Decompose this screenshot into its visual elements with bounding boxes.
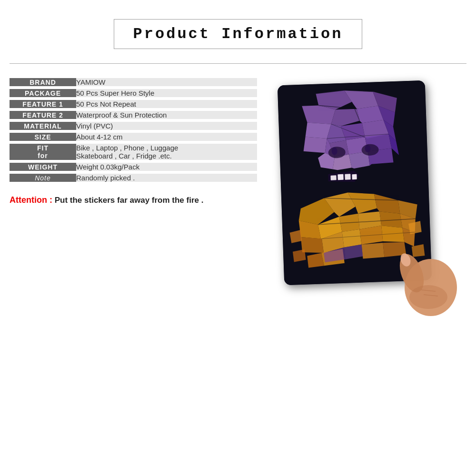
- table-label-0: BRAND: [10, 78, 76, 87]
- table-label-8: Note: [10, 173, 76, 183]
- table-row: FITforBike , Laptop , Phone , LuggageSka…: [10, 143, 257, 161]
- table-value-2: 50 Pcs Not Repeat: [76, 99, 257, 109]
- table-label-7: WEIGHT: [10, 162, 76, 172]
- divider-line: [10, 63, 466, 64]
- attention-section: Attention : Put the stickers far away fr…: [10, 195, 257, 205]
- table-row: MATERIALVinyl (PVC): [10, 121, 257, 131]
- title-border: Product Information: [114, 19, 363, 49]
- table-label-5: SIZE: [10, 132, 76, 142]
- table-label-1: PACKAGE: [10, 89, 76, 98]
- svg-point-73: [409, 285, 447, 309]
- page-title: Product Information: [133, 25, 343, 43]
- content-area: BRANDYAMIOWPACKAGE50 Pcs Super Hero Styl…: [10, 78, 466, 311]
- table-value-1: 50 Pcs Super Hero Style: [76, 89, 257, 98]
- table-label-6: FITfor: [10, 143, 76, 161]
- svg-rect-28: [330, 175, 336, 180]
- svg-rect-30: [345, 174, 350, 179]
- table-label-4: MATERIAL: [10, 121, 76, 131]
- table-row: WEIGHTWeight 0.03kg/Pack: [10, 162, 257, 172]
- svg-marker-13: [303, 136, 327, 154]
- table-value-8: Randomly picked .: [76, 173, 257, 183]
- info-table: BRANDYAMIOWPACKAGE50 Pcs Super Hero Styl…: [10, 78, 257, 183]
- thanos-card: [281, 83, 452, 311]
- table-row: BRANDYAMIOW: [10, 78, 257, 87]
- product-image-area: [267, 78, 466, 311]
- title-section: Product Information: [10, 19, 466, 49]
- table-value-5: About 4-12 cm: [76, 132, 257, 142]
- table-row: NoteRandomly picked .: [10, 173, 257, 183]
- table-label-2: FEATURE 1: [10, 99, 76, 109]
- attention-text: Put the stickers far away from the fire …: [55, 196, 204, 205]
- svg-rect-29: [337, 174, 343, 180]
- svg-marker-51: [361, 243, 384, 259]
- table-row: FEATURE 150 Pcs Not Repeat: [10, 99, 257, 109]
- table-value-7: Weight 0.03kg/Pack: [76, 162, 257, 172]
- table-row: PACKAGE50 Pcs Super Hero Style: [10, 89, 257, 98]
- svg-rect-31: [352, 174, 357, 179]
- table-value-3: Waterproof & Sun Protection: [76, 110, 257, 120]
- attention-label: Attention :: [10, 195, 52, 205]
- table-value-6: Bike , Laptop , Phone , LuggageSkateboar…: [76, 143, 257, 161]
- hand-icon: [390, 221, 466, 316]
- table-value-0: YAMIOW: [76, 78, 257, 87]
- table-section: BRANDYAMIOWPACKAGE50 Pcs Super Hero Styl…: [10, 78, 257, 205]
- svg-marker-45: [342, 229, 361, 248]
- table-label-3: FEATURE 2: [10, 110, 76, 120]
- table-value-4: Vinyl (PVC): [76, 121, 257, 131]
- table-row: SIZEAbout 4-12 cm: [10, 132, 257, 142]
- table-row: FEATURE 2Waterproof & Sun Protection: [10, 110, 257, 120]
- page-wrapper: Product Information BRANDYAMIOWPACKAGE50…: [0, 0, 476, 476]
